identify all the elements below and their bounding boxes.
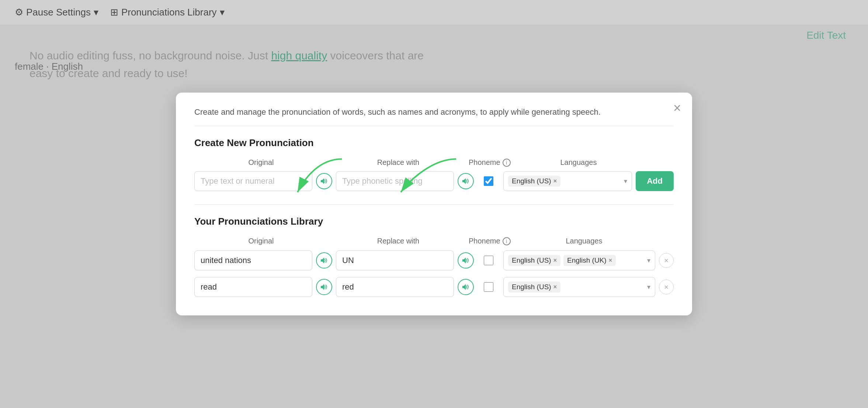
- languages-column-header: Languages: [517, 158, 640, 167]
- lib-delete-btn-1[interactable]: ×: [659, 253, 674, 268]
- lib-replace-header: Replace with: [331, 237, 465, 245]
- lib-lang-tag-en-uk-1: English (UK) ×: [563, 255, 616, 266]
- lib-replace-input-2[interactable]: [336, 277, 454, 297]
- phoneme-checkbox-create[interactable]: [484, 176, 493, 186]
- languages-dropdown-arrow: ▾: [624, 177, 627, 185]
- phoneme-info-icon[interactable]: i: [503, 159, 511, 167]
- lib-replace-sound-btn-2[interactable]: [458, 279, 474, 295]
- lib-original-header: Original: [194, 237, 328, 245]
- lib-lang-tag-en-us-1: English (US) ×: [508, 255, 560, 266]
- lib-phoneme-checkbox-1[interactable]: [484, 256, 493, 265]
- original-input[interactable]: [194, 171, 312, 191]
- original-sound-button[interactable]: [316, 173, 332, 189]
- lib-languages-dropdown-1[interactable]: English (US) × English (UK) × ▾: [503, 250, 655, 270]
- add-pronunciation-button[interactable]: Add: [636, 171, 674, 191]
- lib-phoneme-checkbox-2[interactable]: [484, 282, 493, 292]
- languages-dropdown-create[interactable]: English (US) × ▾: [503, 171, 632, 191]
- lib-remove-en-us-2[interactable]: ×: [553, 284, 557, 290]
- pronunciation-modal: × Create and manage the pronunciation of…: [176, 93, 692, 315]
- lib-languages-arrow-2: ▾: [647, 283, 650, 291]
- lib-lang-tag-en-us-2: English (US) ×: [508, 281, 560, 293]
- library-section: Your Pronunciations Library Original Rep…: [194, 204, 674, 297]
- modal-overlay: × Create and manage the pronunciation of…: [0, 0, 868, 408]
- replace-column-header: Replace with: [331, 158, 465, 167]
- library-section-title: Your Pronunciations Library: [194, 216, 674, 227]
- remove-en-us-tag[interactable]: ×: [553, 178, 557, 184]
- close-button[interactable]: ×: [673, 101, 681, 115]
- lib-original-input-1[interactable]: [194, 250, 312, 270]
- lib-phoneme-info-icon[interactable]: i: [503, 237, 511, 245]
- lib-original-sound-btn-1[interactable]: [316, 252, 332, 269]
- create-section-title: Create New Pronunciation: [194, 137, 674, 149]
- lib-original-input-2[interactable]: [194, 277, 312, 297]
- lib-delete-btn-2[interactable]: ×: [659, 280, 674, 294]
- language-tag-en-us: English (US) ×: [508, 176, 560, 187]
- lib-remove-en-uk-1[interactable]: ×: [609, 257, 612, 264]
- modal-description: Create and manage the pronunciation of w…: [194, 107, 674, 126]
- replace-input[interactable]: [336, 171, 454, 191]
- lib-languages-dropdown-2[interactable]: English (US) × ▾: [503, 277, 655, 297]
- lib-languages-arrow-1: ▾: [647, 256, 650, 264]
- phoneme-column-header: Phoneme i: [469, 158, 513, 167]
- library-row-1: English (US) × English (UK) × ▾ ×: [194, 250, 674, 270]
- lib-replace-input-1[interactable]: [336, 250, 454, 270]
- library-row-2: English (US) × ▾ ×: [194, 277, 674, 297]
- create-section: Create New Pronunciation Original Replac…: [194, 137, 674, 191]
- lib-remove-en-us-1[interactable]: ×: [553, 257, 557, 264]
- original-column-header: Original: [194, 158, 328, 167]
- lib-original-sound-btn-2[interactable]: [316, 279, 332, 295]
- lib-phoneme-header: Phoneme i: [469, 237, 513, 245]
- lib-replace-sound-btn-1[interactable]: [458, 252, 474, 269]
- replace-sound-button[interactable]: [458, 173, 474, 189]
- lib-languages-header: Languages: [517, 237, 652, 245]
